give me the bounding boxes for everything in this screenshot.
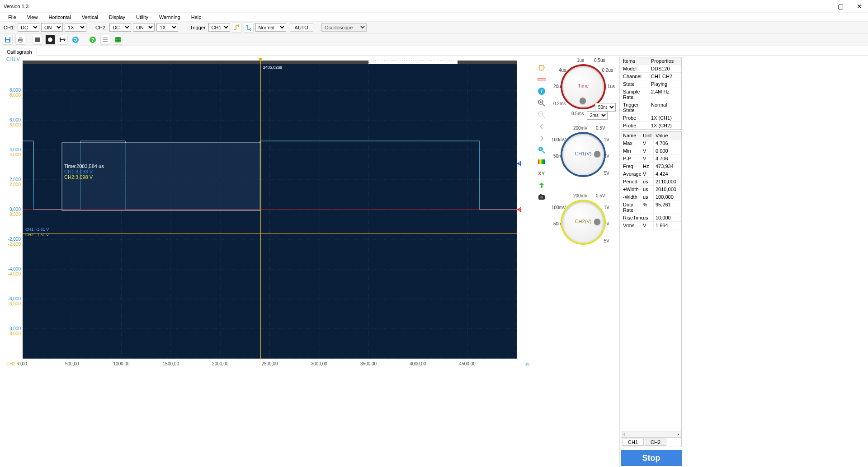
ch2-dial-box: 200mV 0.5V 100mV 1V 50mV 2V 5V CH2(V) [551, 193, 616, 258]
xy-mode-icon[interactable]: XY [537, 169, 546, 178]
maximize-icon[interactable]: ▢ [837, 3, 844, 9]
svg-rect-4 [19, 37, 22, 39]
ruler-icon[interactable] [537, 75, 546, 84]
stop-square-icon[interactable] [33, 35, 42, 45]
tab-strip: Osillagraph [0, 46, 868, 56]
print-icon[interactable] [15, 35, 25, 45]
measurements-table: Name Uint Value MaxV4,706MinV0,000P-PV4,… [621, 131, 682, 447]
svg-rect-1 [6, 37, 9, 39]
svg-rect-5 [19, 41, 22, 42]
svg-rect-6 [35, 37, 40, 42]
zoom-out-icon[interactable] [537, 110, 546, 119]
cursor-readout-ch1: CH1: -1,61 V [25, 227, 49, 232]
auto-button[interactable]: AUTO [290, 23, 313, 32]
meas-tab-ch1[interactable]: CH1 [622, 439, 644, 446]
palette-icon[interactable] [537, 157, 546, 166]
x-unit: us [524, 361, 529, 366]
grid-icon[interactable] [113, 35, 123, 45]
ch1-label: CH1: [3, 25, 16, 30]
back-icon[interactable] [537, 122, 546, 131]
close-icon[interactable]: ✕ [856, 3, 863, 9]
svg-text:?: ? [91, 37, 94, 42]
h-cursor[interactable] [23, 234, 517, 234]
info-icon[interactable]: i [537, 87, 546, 96]
ch1-probe-select[interactable]: 1X [65, 23, 86, 32]
menu-file[interactable]: File [3, 14, 22, 21]
fit-icon[interactable] [537, 63, 546, 72]
zoom-in-icon[interactable] [537, 98, 546, 107]
menu-warning[interactable]: Warnning [154, 14, 186, 21]
cursor-marker-icon [258, 58, 263, 61]
trigger-edge-fall-icon[interactable] [244, 23, 254, 33]
menu-utility[interactable]: Utility [131, 14, 154, 21]
minimize-icon[interactable]: — [818, 3, 825, 9]
dial-panel: 1us 0.5us 4us 0.2us 20us 0.1us 0.2ms 0.5… [547, 56, 619, 467]
trigger-label: Trigger [189, 25, 206, 30]
properties-table: ItemsProperties ModelDDS120ChannelCH1 CH… [621, 57, 682, 130]
menubar: File View Horizontal Vertical Display Ut… [0, 13, 868, 22]
plot-area[interactable]: Time:2003,584 us CH1:3,098 V CH2:3,098 V… [23, 61, 517, 359]
menu-vertical[interactable]: Vertical [76, 14, 104, 21]
y-ticks: 8,000 8,000 6,000 6,000 4,000 4,000 2,00… [6, 61, 22, 359]
svg-text:X: X [538, 171, 542, 176]
ch2-axis-label: CH2:V [6, 361, 19, 467]
trigger-mode-select[interactable]: Normal [255, 23, 286, 32]
menu-horizontal[interactable]: Horizontal [43, 14, 76, 21]
svg-rect-47 [540, 194, 542, 196]
cursor-readout-ch2: CH2: -1,61 V [25, 233, 49, 237]
zoom-reset-icon[interactable] [537, 145, 546, 154]
meas-hscroll[interactable]: ‹› [622, 431, 680, 437]
ch2-probe-select[interactable]: 1X [156, 23, 178, 32]
trigger-level-marker[interactable]: 2 [23, 210, 517, 210]
ch1-enable-select[interactable]: ON [41, 23, 63, 32]
window-title: Version 1.3 [2, 4, 28, 9]
svg-rect-11 [115, 37, 121, 42]
svg-rect-2 [6, 40, 9, 42]
refresh-icon[interactable] [71, 35, 80, 45]
forward-icon[interactable] [537, 134, 546, 143]
time-sel2[interactable]: 2ms [587, 111, 608, 120]
ch2-dial[interactable]: CH2(V) [562, 201, 604, 243]
svg-point-46 [540, 196, 543, 199]
ch2-enable-select[interactable]: ON [133, 23, 155, 32]
save-icon[interactable] [3, 35, 13, 45]
ch1-dial-box: 200mV 0.5V 100mV 1V 50mV 2V 5V CH1(V) [551, 126, 616, 191]
ch1-coupling-select[interactable]: DC [18, 23, 39, 32]
menu-view[interactable]: View [22, 14, 43, 21]
ch1-dial[interactable]: CH1(V) [562, 134, 604, 175]
meas-tab-ch2[interactable]: CH2 [645, 439, 666, 446]
channel-toolbar: CH1: DC ON 1X CH2: DC ON 1X Trigger CH1 … [0, 22, 868, 33]
list-icon[interactable] [100, 35, 110, 45]
cursor-tooltip: Time:2003,584 us CH1:3,098 V CH2:3,098 V [64, 163, 104, 180]
svg-text:Y: Y [542, 171, 545, 176]
graph-panel: CH1:V CH2:V 8,000 8,000 6,000 6,000 4,00… [0, 56, 536, 467]
main-area: CH1:V CH2:V 8,000 8,000 6,000 6,000 4,00… [0, 56, 868, 467]
trigger-edge-rise-icon[interactable] [232, 23, 242, 33]
x-ticks: 0,00 500,00 1000,00 1500,00 2000,00 2500… [23, 361, 517, 369]
svg-rect-35 [539, 65, 544, 70]
svg-rect-42 [538, 159, 545, 164]
ch2-coupling-select[interactable]: DC [109, 23, 131, 32]
svg-point-7 [48, 37, 52, 42]
menu-help[interactable]: Help [186, 14, 207, 21]
icon-toolbar: ? [0, 33, 868, 46]
trigger-source-select[interactable]: CH1 [208, 23, 230, 32]
record-icon[interactable] [45, 35, 55, 45]
export-icon[interactable] [537, 181, 546, 190]
camera-icon[interactable] [537, 192, 546, 201]
titlebar: Version 1.3 — ▢ ✕ [0, 0, 868, 13]
device-select[interactable]: Oscilloscope [321, 23, 367, 32]
stop-button[interactable]: Stop [621, 450, 682, 466]
tab-oscillograph[interactable]: Osillagraph [2, 48, 37, 56]
help-icon[interactable]: ? [88, 35, 98, 45]
trigger-direction-icon[interactable] [58, 35, 68, 45]
menu-display[interactable]: Display [104, 14, 131, 21]
time-dial-box: 1us 0.5us 4us 0.2us 20us 0.1us 0.2ms 0.5… [551, 58, 616, 123]
svg-point-8 [72, 37, 79, 43]
time-dial[interactable]: Time [562, 66, 604, 107]
ch2-label: CH2: [94, 25, 108, 30]
info-panel: ItemsProperties ModelDDS120ChannelCH1 CH… [619, 56, 683, 467]
side-toolbar: i XY [536, 56, 547, 467]
time-sel1[interactable]: 50ns [595, 103, 616, 112]
